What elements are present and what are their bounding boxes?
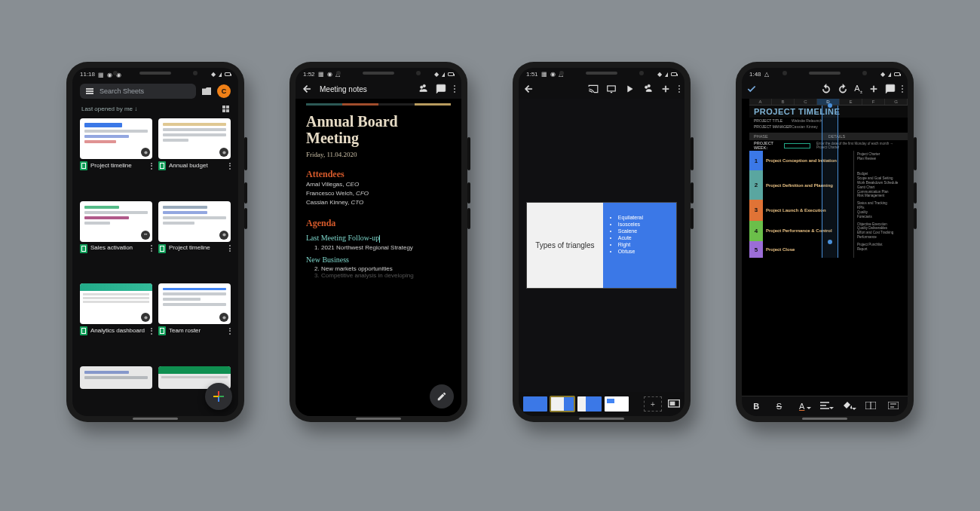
add-icon[interactable] <box>868 84 879 94</box>
week-input[interactable] <box>784 143 810 148</box>
sheets-icon <box>158 326 166 335</box>
back-icon[interactable] <box>302 84 312 94</box>
svg-rect-9 <box>670 402 675 405</box>
slide-bullets: Equilateral Isosceles Scalene Acute Righ… <box>603 203 676 288</box>
phase-row[interactable]: 4 Project Performance & Control Objectiv… <box>749 221 908 241</box>
doc-heading: Annual Board Meeting <box>306 113 451 146</box>
more-icon[interactable] <box>151 163 152 170</box>
col-heading: DETAILS <box>766 133 908 140</box>
offline-icon <box>219 313 228 322</box>
agenda-list: New markets opportunities Competitive an… <box>306 265 451 279</box>
more-icon[interactable] <box>454 85 455 93</box>
phase-row[interactable]: 2 Project Definition and Planning Budget… <box>749 170 908 200</box>
sheet-title: PROJECT TIMELINE <box>754 107 840 116</box>
slide-thumb[interactable] <box>523 396 547 412</box>
add-icon[interactable] <box>660 84 671 94</box>
sort-dropdown[interactable]: Last opened by me ↓ <box>81 106 137 112</box>
offline-icon <box>141 313 150 322</box>
slide-thumb[interactable] <box>550 396 574 412</box>
strike-button[interactable]: S <box>771 402 786 411</box>
phase-row[interactable]: 1 Project Conception and Initiation Proj… <box>749 151 908 170</box>
add-slide-button[interactable]: + <box>644 396 662 412</box>
comment-icon[interactable] <box>436 84 446 94</box>
phase-row[interactable]: 3 Project Launch & Execution Status and … <box>749 200 908 220</box>
shared-icon <box>141 231 150 240</box>
sheets-icon <box>158 161 166 170</box>
attendee-line: Amal Villegas, CEO <box>306 180 451 189</box>
menu-icon[interactable] <box>86 88 93 94</box>
file-tile[interactable]: Project timeline <box>80 118 152 195</box>
pencil-icon <box>436 391 447 402</box>
agenda-list: 2021 Northwest Regional Strategy <box>306 244 451 251</box>
fill-color-button[interactable] <box>840 401 855 412</box>
slideshow-icon[interactable] <box>668 399 680 408</box>
file-tile[interactable]: Analytics dashboard <box>80 283 152 360</box>
play-icon[interactable] <box>624 84 635 94</box>
file-tile[interactable]: Team roster <box>158 283 231 360</box>
more-icon[interactable] <box>151 245 152 252</box>
phase-row[interactable]: 5 Project Close Project PunchlistReport <box>749 241 908 258</box>
wrap-button[interactable] <box>886 402 901 411</box>
more-icon[interactable] <box>902 85 903 93</box>
undo-icon[interactable] <box>821 84 831 94</box>
align-button[interactable] <box>817 402 832 411</box>
view-toggle-icon[interactable] <box>222 105 229 112</box>
current-slide[interactable]: Types of triangles Equilateral Isosceles… <box>526 202 677 289</box>
section-heading: Attendees <box>306 169 451 180</box>
column-headers[interactable]: ABCDEFG <box>749 99 908 106</box>
slide-thumb[interactable] <box>577 396 602 412</box>
col-heading: PHASE <box>749 133 766 140</box>
cast-icon[interactable] <box>588 84 599 94</box>
text-format-icon[interactable]: A± <box>854 84 862 94</box>
offline-icon <box>219 148 228 157</box>
more-icon[interactable] <box>678 85 680 93</box>
merge-button[interactable] <box>863 402 878 411</box>
search-placeholder: Search Sheets <box>100 87 144 95</box>
sheets-icon <box>80 244 87 253</box>
slide-title: Types of triangles <box>527 203 603 288</box>
slide-thumb[interactable] <box>605 396 629 412</box>
svg-rect-11 <box>888 402 899 409</box>
sheets-icon <box>80 326 87 335</box>
spreadsheet[interactable]: ABCDEFG PROJECT TIMELINE PROJECT TITLEWe… <box>742 99 908 396</box>
more-icon[interactable] <box>229 328 231 335</box>
redo-icon[interactable] <box>838 84 848 94</box>
phone-docs: 1:52▦◉△ ◆ Meeting notes Annual Board Mee… <box>289 62 467 422</box>
slide-canvas[interactable]: Types of triangles Equilateral Isosceles… <box>519 99 684 392</box>
more-icon[interactable] <box>229 245 231 252</box>
file-tile[interactable]: Project timeline <box>158 201 231 278</box>
file-tile[interactable]: Annual budget <box>158 118 231 195</box>
doc-title-bar: Meeting notes <box>320 85 367 93</box>
done-icon[interactable] <box>746 84 757 94</box>
comment-icon[interactable] <box>885 84 896 94</box>
folder-icon[interactable] <box>202 87 211 95</box>
text-color-button[interactable]: A <box>795 402 810 411</box>
more-icon[interactable] <box>229 163 231 170</box>
subsection: Last Meeting Follow-up <box>306 234 451 243</box>
back-icon[interactable] <box>523 84 534 94</box>
attendee-line: Francesco Welch, CFO <box>306 189 451 198</box>
present-icon[interactable] <box>606 84 617 94</box>
status-time: 1:52 <box>303 71 315 78</box>
bold-button[interactable]: B <box>749 402 764 411</box>
account-avatar[interactable]: C <box>217 84 231 98</box>
status-time: 1:51 <box>526 71 538 78</box>
document-body[interactable]: Annual Board Meeting Friday, 11.04.2020 … <box>296 99 461 416</box>
share-icon[interactable] <box>418 84 428 94</box>
section-heading: Agenda <box>306 218 451 229</box>
filmstrip: + <box>519 392 684 416</box>
edit-fab[interactable] <box>430 384 454 408</box>
subsection: New Business <box>306 256 451 264</box>
svg-point-5 <box>144 316 147 319</box>
file-tile[interactable] <box>80 366 152 414</box>
share-icon[interactable] <box>642 84 653 94</box>
search-input[interactable]: Search Sheets <box>80 84 196 99</box>
create-fab[interactable] <box>205 383 232 410</box>
sheets-icon <box>158 244 166 253</box>
svg-rect-7 <box>608 86 616 91</box>
attendee-line: Cassian Kinney, CTO <box>306 198 451 207</box>
svg-point-4 <box>222 233 225 236</box>
file-tile[interactable]: Sales activation <box>80 201 152 278</box>
doc-date: Friday, 11.04.2020 <box>306 151 451 158</box>
more-icon[interactable] <box>151 328 152 335</box>
